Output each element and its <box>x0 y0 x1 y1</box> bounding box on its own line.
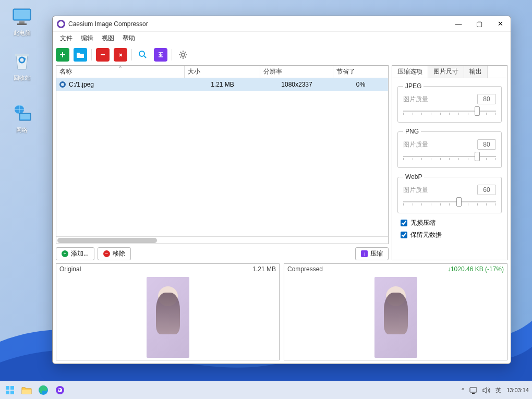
svg-rect-13 <box>6 391 9 394</box>
preview-compressed-size: 1020.46 KB (-17%) <box>451 265 504 273</box>
toolbar-add-button[interactable] <box>56 48 69 62</box>
start-button[interactable] <box>3 383 17 397</box>
svg-rect-15 <box>22 390 31 394</box>
window-title: Caesium Image Compressor <box>68 20 148 28</box>
webp-quality-label: 图片质量 <box>403 186 474 195</box>
minimize-button[interactable]: — <box>448 16 469 32</box>
column-header-saved[interactable]: 节省了 <box>333 66 388 78</box>
monitor-icon <box>11 6 32 27</box>
compress-button[interactable]: ↓压缩 <box>355 247 389 260</box>
desktop-label: 此电脑 <box>6 29 38 37</box>
png-group: PNG 图片质量80 <box>397 128 502 168</box>
svg-point-9 <box>139 51 144 56</box>
tray-volume-icon[interactable] <box>482 387 490 394</box>
svg-rect-12 <box>10 386 14 390</box>
png-quality-slider[interactable] <box>403 153 496 160</box>
tab-output[interactable]: 输出 <box>464 66 488 78</box>
svg-rect-2 <box>19 21 25 23</box>
toolbar-preview-button[interactable] <box>136 48 150 62</box>
close-button[interactable]: ✕ <box>490 16 511 32</box>
jpeg-legend: JPEG <box>403 82 424 90</box>
preview-original: Original1.21 MB <box>56 263 280 360</box>
taskbar: ^ 英 13:03:14 <box>0 381 532 399</box>
jpeg-quality-label: 图片质量 <box>403 95 474 104</box>
svg-rect-20 <box>470 388 477 392</box>
menu-file[interactable]: 文件 <box>56 33 77 44</box>
svg-rect-4 <box>15 54 29 56</box>
preview-original-label: Original <box>59 265 81 273</box>
desktop-label: 回收站 <box>6 74 38 82</box>
svg-rect-3 <box>17 23 27 25</box>
png-legend: PNG <box>403 128 421 135</box>
taskbar-explorer[interactable] <box>20 383 33 397</box>
tray-network-icon[interactable] <box>469 387 477 394</box>
image-placeholder <box>374 277 417 358</box>
column-header-name[interactable]: 名称^ <box>56 66 185 78</box>
recycle-bin-icon <box>11 51 32 72</box>
status-dot-icon <box>59 81 66 88</box>
tab-compression-options[interactable]: 压缩选项 <box>392 66 428 78</box>
webp-quality-slider[interactable] <box>403 198 496 205</box>
jpeg-quality-input[interactable]: 80 <box>477 94 496 104</box>
svg-point-10 <box>182 53 185 56</box>
lossless-checkbox[interactable]: 无损压缩 <box>401 219 502 227</box>
webp-quality-input[interactable]: 60 <box>477 185 496 195</box>
svg-rect-14 <box>10 391 14 394</box>
cell-saved: 0% <box>333 80 388 89</box>
desktop-network[interactable]: 网络 <box>6 103 38 134</box>
taskbar-caesium[interactable] <box>53 383 67 397</box>
tab-image-dimensions[interactable]: 图片尺寸 <box>428 66 464 78</box>
preview-original-image[interactable] <box>56 274 279 360</box>
png-quality-label: 图片质量 <box>403 140 474 149</box>
preview-compressed-image[interactable] <box>284 274 507 360</box>
jpeg-group: JPEG 图片质量80 <box>397 82 502 123</box>
menu-edit[interactable]: 编辑 <box>77 33 98 44</box>
desktop-label: 网络 <box>6 126 38 134</box>
preview-compressed: Compressed↓ 1020.46 KB (-17%) <box>284 263 507 360</box>
network-icon <box>11 103 32 124</box>
metadata-checkbox[interactable]: 保留元数据 <box>401 231 502 239</box>
webp-legend: WebP <box>403 173 424 180</box>
tray-clock[interactable]: 13:03:14 <box>506 387 529 393</box>
taskbar-edge[interactable] <box>37 383 50 397</box>
preview-original-size: 1.21 MB <box>252 265 276 273</box>
horizontal-scrollbar[interactable] <box>56 236 388 244</box>
toolbar-add-folder-button[interactable] <box>74 48 87 62</box>
menu-view[interactable]: 视图 <box>98 33 118 44</box>
table-row[interactable]: C:/1.jpeg 1.21 MB 1080x2337 0% <box>56 78 388 91</box>
webp-group: WebP 图片质量60 <box>397 173 502 213</box>
file-table: 名称^ 大小 分辨率 节省了 C:/1.jpeg 1.21 MB 1080x23… <box>56 65 389 244</box>
cell-size: 1.21 MB <box>185 80 260 89</box>
svg-rect-1 <box>14 10 30 19</box>
plus-icon: + <box>62 250 68 257</box>
remove-button[interactable]: −移除 <box>98 247 131 260</box>
cell-resolution: 1080x2337 <box>260 80 333 89</box>
desktop-this-pc[interactable]: 此电脑 <box>6 6 38 37</box>
maximize-button[interactable]: ▢ <box>469 16 490 32</box>
toolbar-settings-button[interactable] <box>176 48 190 62</box>
options-panel: 压缩选项 图片尺寸 输出 JPEG 图片质量80 PNG 图片质量80 WebP… <box>392 65 507 260</box>
toolbar-compress-button[interactable] <box>154 48 167 62</box>
column-header-size[interactable]: 大小 <box>185 66 260 78</box>
add-button[interactable]: +添加... <box>56 247 94 260</box>
preview-compressed-label: Compressed <box>287 265 323 273</box>
caesium-window: Caesium Image Compressor — ▢ ✕ 文件 编辑 视图 … <box>52 16 511 364</box>
titlebar[interactable]: Caesium Image Compressor — ▢ ✕ <box>53 16 511 32</box>
svg-rect-7 <box>20 114 30 119</box>
column-header-resolution[interactable]: 分辨率 <box>260 66 333 78</box>
minus-icon: − <box>103 250 110 257</box>
png-quality-input[interactable]: 80 <box>477 139 496 150</box>
toolbar-remove-button[interactable] <box>96 48 110 62</box>
svg-rect-21 <box>472 393 475 394</box>
tray-ime[interactable]: 英 <box>495 386 501 394</box>
desktop-recycle-bin[interactable]: 回收站 <box>6 51 38 82</box>
menu-help[interactable]: 帮助 <box>118 33 139 44</box>
toolbar-clear-button[interactable] <box>114 48 127 62</box>
svg-point-19 <box>58 389 61 391</box>
tray-chevron-icon[interactable]: ^ <box>462 387 464 393</box>
svg-rect-11 <box>6 386 9 390</box>
app-icon <box>57 20 65 28</box>
toolbar <box>53 44 511 65</box>
sort-indicator-icon: ^ <box>119 65 121 70</box>
jpeg-quality-slider[interactable] <box>403 107 496 115</box>
